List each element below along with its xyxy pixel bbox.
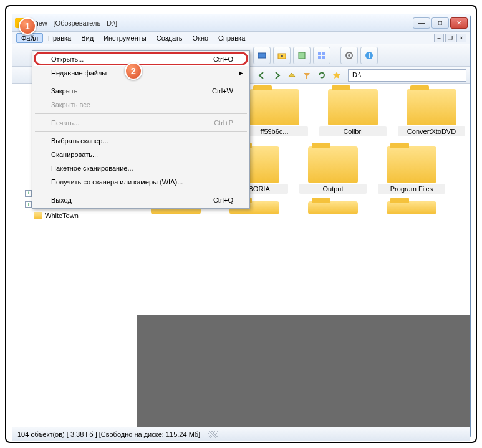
statusbar: 104 объект(ов) [ 3.38 Гб ] [Свободно на … bbox=[12, 427, 470, 441]
folder-item[interactable] bbox=[378, 201, 445, 215]
titlebar: nView - [Обозреватель - D:\] — □ ✕ bbox=[12, 14, 470, 32]
folder-icon bbox=[328, 89, 378, 125]
nav-filter-icon[interactable] bbox=[301, 69, 313, 82]
menu-item-label: Недавние файлы bbox=[51, 69, 107, 77]
close-button[interactable]: ✕ bbox=[450, 17, 468, 29]
folder-icon bbox=[34, 212, 42, 219]
callout-badge-2: 2 bbox=[125, 62, 142, 80]
folder-icon bbox=[387, 201, 436, 214]
toolbar-grid-button[interactable] bbox=[313, 47, 330, 64]
maximize-button[interactable]: □ bbox=[431, 17, 449, 29]
folder-item[interactable]: ConvertXtoDVD bbox=[398, 89, 465, 139]
folder-icon bbox=[407, 89, 456, 125]
svg-point-2 bbox=[281, 55, 283, 57]
nav-back-icon[interactable] bbox=[256, 69, 268, 82]
nav-refresh-icon[interactable] bbox=[316, 69, 328, 82]
folder-icon bbox=[308, 146, 358, 183]
mdi-restore-button[interactable]: ❐ bbox=[445, 34, 455, 42]
menu-separator bbox=[35, 191, 247, 191]
menu-select-scanner[interactable]: Выбрать сканер... bbox=[34, 134, 248, 148]
folder-label: Colibri bbox=[319, 126, 387, 136]
folder-item[interactable]: Colibri bbox=[319, 89, 387, 139]
menu-shortcut: Ctrl+W bbox=[212, 87, 233, 95]
menu-open[interactable]: Открыть... Ctrl+O bbox=[34, 52, 248, 66]
status-text: 104 объект(ов) [ 3.38 Гб ] [Свободно на … bbox=[17, 431, 200, 438]
svg-rect-3 bbox=[299, 52, 305, 59]
folder-label: Output bbox=[299, 184, 367, 194]
menu-wia[interactable]: Получить со сканера или камеры (WIA)... bbox=[34, 175, 248, 189]
menu-item-label: Закрыть все bbox=[51, 101, 90, 108]
menu-view[interactable]: Вид bbox=[76, 33, 99, 43]
callout-badge-1: 1 bbox=[19, 17, 36, 35]
menu-close[interactable]: Закрыть Ctrl+W bbox=[34, 84, 248, 98]
menu-help[interactable]: Справка bbox=[213, 33, 250, 43]
menu-item-label: Пакетное сканирование... bbox=[51, 164, 133, 172]
svg-rect-0 bbox=[258, 53, 266, 58]
address-input[interactable]: D:\ bbox=[348, 69, 466, 82]
folder-label: Program Files bbox=[378, 184, 445, 194]
menu-shortcut: Ctrl+Q bbox=[213, 196, 233, 204]
menu-batch-scan[interactable]: Пакетное сканирование... bbox=[34, 161, 248, 175]
menu-edit[interactable]: Правка bbox=[43, 33, 76, 43]
folder-icon bbox=[308, 201, 358, 214]
toolbar-info-button[interactable]: i bbox=[360, 47, 378, 64]
expand-icon[interactable]: + bbox=[25, 201, 32, 208]
svg-rect-6 bbox=[318, 56, 321, 59]
preview-pane bbox=[137, 315, 470, 427]
menubar: Файл Правка Вид Инструменты Создать Окно… bbox=[12, 32, 470, 44]
folder-label: ConvertXtoDVD bbox=[398, 126, 465, 136]
menu-window[interactable]: Окно bbox=[188, 33, 214, 43]
menu-item-label: Выход bbox=[51, 196, 72, 204]
resize-grip-icon[interactable] bbox=[208, 431, 218, 438]
window-title: nView - [Обозреватель - D:\] bbox=[29, 19, 413, 27]
minimize-button[interactable]: — bbox=[413, 17, 430, 29]
folder-item[interactable] bbox=[299, 201, 367, 215]
toolbar-capture-button[interactable] bbox=[273, 47, 291, 64]
menu-item-label: Выбрать сканер... bbox=[51, 137, 108, 145]
menu-tools[interactable]: Инструменты bbox=[99, 33, 152, 43]
menu-item-label: Печать... bbox=[51, 119, 79, 126]
expand-icon[interactable]: + bbox=[25, 190, 32, 197]
toolbar-slideshow-button[interactable] bbox=[253, 47, 271, 64]
toolbar-settings-button[interactable] bbox=[340, 47, 358, 64]
menu-exit[interactable]: Выход Ctrl+Q bbox=[34, 193, 248, 207]
menu-close-all: Закрыть все bbox=[34, 98, 248, 112]
menu-item-label: Сканировать... bbox=[51, 151, 98, 158]
svg-point-9 bbox=[348, 54, 350, 57]
menu-print: Печать... Ctrl+P bbox=[34, 116, 248, 130]
menu-create[interactable]: Создать bbox=[152, 33, 188, 43]
menu-separator bbox=[35, 131, 247, 132]
menu-item-label: Закрыть bbox=[51, 87, 77, 95]
submenu-arrow-icon: ▶ bbox=[239, 70, 243, 76]
mdi-close-button[interactable]: × bbox=[456, 34, 466, 42]
menu-scan[interactable]: Сканировать... bbox=[34, 148, 248, 161]
folder-item[interactable]: Program Files bbox=[378, 146, 445, 194]
tree-node[interactable]: WhiteTown bbox=[14, 210, 135, 221]
folder-icon bbox=[249, 89, 299, 125]
menu-separator bbox=[35, 82, 247, 82]
folder-item[interactable]: ff59b6c... bbox=[241, 89, 308, 139]
menu-item-label: Получить со сканера или камеры (WIA)... bbox=[51, 178, 183, 186]
nav-up-icon[interactable] bbox=[286, 69, 298, 82]
nav-favorite-icon[interactable] bbox=[330, 69, 343, 82]
nav-forward-icon[interactable] bbox=[271, 69, 283, 82]
tree-label: WhiteTown bbox=[45, 212, 79, 219]
folder-icon bbox=[387, 146, 436, 183]
svg-text:i: i bbox=[368, 52, 370, 59]
toolbar-convert-button[interactable] bbox=[293, 47, 311, 64]
menu-item-label: Открыть... bbox=[51, 55, 84, 63]
menu-separator bbox=[35, 113, 247, 114]
svg-rect-5 bbox=[322, 52, 325, 55]
svg-rect-4 bbox=[318, 52, 321, 55]
svg-rect-7 bbox=[322, 56, 325, 59]
folder-item[interactable]: Output bbox=[299, 146, 367, 194]
menu-shortcut: Ctrl+P bbox=[214, 119, 233, 126]
menu-shortcut: Ctrl+O bbox=[213, 55, 233, 63]
mdi-minimize-button[interactable]: – bbox=[434, 34, 444, 42]
folder-label: ff59b6c... bbox=[241, 126, 308, 136]
